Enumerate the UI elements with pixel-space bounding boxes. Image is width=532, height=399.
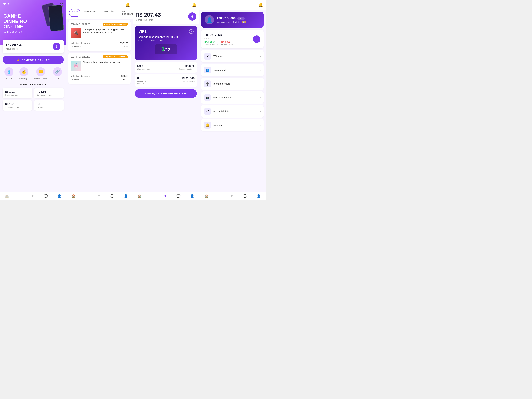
withdrawal-record-label: withdrawal record	[213, 96, 258, 99]
nav4-list[interactable]: ☰	[218, 194, 221, 198]
oter-commission: R$ 0 Oter comissão	[137, 65, 150, 70]
nav3-list[interactable]: ☰	[152, 194, 154, 198]
nav2-chat[interactable]: 💬	[110, 194, 114, 198]
recarregar-icon-item[interactable]: 💰 Recarregar	[19, 67, 29, 80]
tab-tudo[interactable]: TUDO	[69, 9, 80, 17]
account-details-arrow: ›	[260, 110, 261, 113]
nav2-home[interactable]: 🏠	[71, 194, 76, 198]
panel4-wrapper: 🔔 👤 13800138000 VIP1 extension code R8NG…	[199, 0, 266, 200]
product-img-2: 👘	[71, 61, 81, 71]
retirar-icon-item[interactable]: 💳 Retirar moedas	[34, 67, 47, 80]
withdrawal-record-menu-item[interactable]: 📷 withdrawal record ›	[201, 91, 264, 104]
bell-icon-p3[interactable]: 🔔	[192, 3, 196, 7]
nav3-user[interactable]: 👤	[190, 194, 194, 198]
message-menu-item[interactable]: 🔔 message ›	[201, 119, 264, 131]
yuebao-icon-item[interactable]: 💧 Yuebao	[5, 67, 13, 80]
convidar-icon-item[interactable]: 🔗 Convidar	[53, 67, 62, 80]
dollar-icon[interactable]: $	[53, 43, 60, 50]
order-date-2: 2024-04-01 10:07:09	[71, 56, 90, 58]
nav3-chat[interactable]: 💬	[176, 194, 181, 198]
earnings-title: GANHOS RECEBIDOS	[3, 83, 64, 86]
p4-balance-sub: R$ 207.43 Available balance R$ 0.00 Froz…	[204, 41, 253, 46]
order-item-1: 🔌 2m super long Apple Android type-C dat…	[71, 28, 128, 38]
nav3-home[interactable]: 🏠	[138, 194, 142, 198]
balance-amount: R$ 207.43	[6, 43, 24, 47]
order-status-2: A aguardar processamento	[102, 55, 128, 58]
home-icon-4: 🏠	[204, 194, 208, 198]
extension-code-row: extension code R8NG6U 📋	[217, 21, 246, 23]
p3-top-bar: 🔔	[133, 0, 199, 10]
start-orders-button[interactable]: COMEÇAR A PEGAR PEDIDOS	[135, 89, 197, 98]
nav3-upload[interactable]: ⬆	[164, 194, 167, 198]
hero-line3: ON-LINE	[3, 24, 27, 29]
chat-icon: 💬	[44, 194, 48, 198]
p3-add-button[interactable]: +	[188, 13, 196, 21]
recharge-menu-item[interactable]: ➕ recharge record ›	[201, 78, 264, 90]
nav4-upload[interactable]: ⬆	[230, 194, 233, 198]
team-report-icon: 👥	[204, 67, 211, 73]
hero-line2: DINHEIRO	[3, 19, 27, 24]
product-name-1: 2m super long Apple Android type-C data …	[83, 28, 128, 38]
bloquear-label: Bloquear montante	[179, 68, 195, 70]
bottom-nav-3: 🏠 ☰ ⬆ 💬 👤	[133, 192, 199, 200]
nav4-home[interactable]: 🏠	[204, 194, 208, 198]
total-label-2: Valor total do pedido:	[71, 75, 90, 77]
p4-balance-left: R$ 207.43 my balance R$ 207.43 Available…	[204, 33, 253, 46]
nav2-user[interactable]: 👤	[124, 194, 128, 198]
progress-current: 0	[161, 46, 165, 52]
order-status-1: A aguardar processamento	[102, 23, 128, 26]
menu-list: ↗ Withdraw › 👥 team report › ➕ recharge …	[201, 50, 264, 131]
list-icon-3: ☰	[152, 194, 154, 198]
upload-icon-4: ⬆	[230, 194, 233, 198]
bell-icon-p4[interactable]: 🔔	[259, 3, 263, 7]
list-icon: ☰	[19, 194, 22, 198]
vip-badge: VIP1	[237, 17, 245, 20]
withdraw-label: Withdraw	[213, 55, 258, 58]
yuebao-card: R$ 0 Yuebao	[34, 100, 64, 111]
panel3-wrapper: 🔔 R$ 207.43 Dinheiro na conta + VIP1 ? V…	[133, 0, 199, 200]
nav-upload[interactable]: ⬆	[31, 194, 34, 198]
chat-icon-3: 💬	[176, 194, 181, 198]
tab-pendente[interactable]: PENDENTE	[82, 9, 98, 17]
nav-list[interactable]: ☰	[19, 194, 22, 198]
team-report-menu-item[interactable]: 👥 team report ›	[201, 64, 264, 76]
available-amount: R$ 207.43	[204, 41, 218, 44]
team-report-label: team report	[213, 69, 258, 71]
tab-concluido[interactable]: CONCLUÍDO	[100, 9, 118, 17]
copy-icon[interactable]: 📋	[242, 21, 246, 23]
app-label: APP ⬇	[3, 3, 10, 5]
nav-home[interactable]: 🏠	[5, 194, 9, 198]
total-earnings-amount: R$ 1.01	[5, 102, 30, 106]
vip-card: VIP1 ? Valor do investimento R$ 100.00 C…	[135, 26, 197, 60]
account-details-menu-item[interactable]: ⇄ account details ›	[201, 105, 264, 118]
order-item-2: 👘 Women's long sun protection clothes	[71, 61, 128, 71]
panel-1: APP ⬇ 🎧 GANHE DINHEIRO ON-LINE 10 minuto…	[0, 0, 66, 200]
nav2-list[interactable]: ☰	[85, 194, 88, 198]
user-icon-4: 👤	[257, 194, 261, 198]
invest-info: Valor do investimento R$ 100.00	[138, 35, 194, 38]
num-pedidos: 0 Número de pedidos	[137, 77, 147, 84]
withdrawal-record-arrow: ›	[260, 96, 261, 99]
commission-value-1: R$ 0.37	[121, 46, 128, 48]
bell-icon-p2[interactable]: 🔔	[126, 3, 130, 7]
help-button[interactable]: ?	[189, 29, 194, 34]
withdraw-menu-item[interactable]: ↗ Withdraw ›	[201, 50, 264, 63]
hero-phones	[37, 2, 66, 40]
order-card-2: 2024-04-01 10:07:09 A aguardar processam…	[69, 53, 131, 84]
account-details-label: account details	[213, 110, 258, 113]
total-row-2: Valor total do pedido: R$ 90.00	[71, 75, 128, 77]
profile-card: 👤 13800138000 VIP1 extension code R8NG6U…	[201, 12, 264, 28]
commission-row-2: Comissão: R$ 0.64	[71, 78, 128, 81]
nav-user[interactable]: 👤	[57, 194, 62, 198]
nav4-chat[interactable]: 💬	[243, 194, 247, 198]
yuebao-amount: R$ 0	[37, 102, 61, 106]
p4-add-button[interactable]: +	[253, 35, 260, 43]
nav4-user[interactable]: 👤	[257, 194, 261, 198]
user-icon: 👤	[57, 194, 62, 198]
panel-4: 🔔 👤 13800138000 VIP1 extension code R8NG…	[199, 0, 266, 200]
nav-chat[interactable]: 💬	[44, 194, 48, 198]
total-earnings-card: R$ 1.01 Ganhos recebidos	[3, 100, 32, 111]
nav2-upload[interactable]: ⬆	[98, 194, 101, 198]
tab-congelame[interactable]: EM CONGELAME	[119, 9, 133, 17]
start-earning-button[interactable]: ☝ COMECE A GANHAR	[3, 56, 64, 64]
